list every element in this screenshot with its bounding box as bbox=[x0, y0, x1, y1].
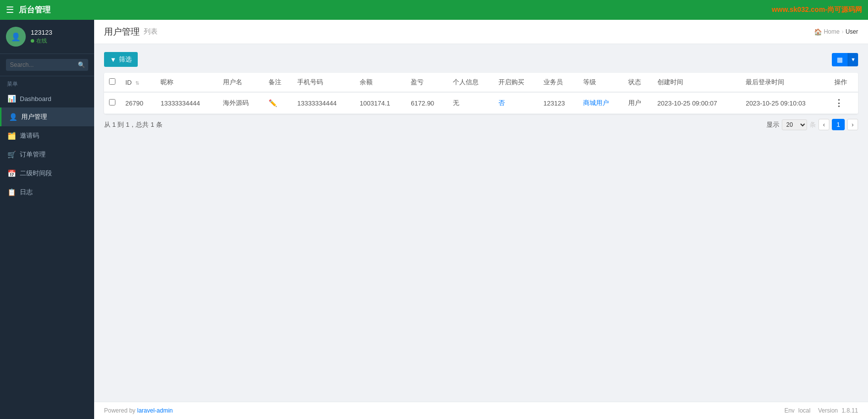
col-phone: 手机号码 bbox=[292, 73, 355, 92]
env-label: Env bbox=[784, 407, 795, 414]
cell-id: 26790 bbox=[120, 92, 156, 114]
cell-last-login: 2023-10-25 09:10:03 bbox=[741, 92, 829, 114]
laravel-admin-link[interactable]: laravel-admin bbox=[137, 407, 173, 414]
top-header: ☰ 后台管理 www.sk032.com-尚可源码网 bbox=[0, 0, 868, 20]
sidebar-item-time-period[interactable]: 📅 二级时间段 bbox=[0, 164, 94, 183]
filter-button[interactable]: ▼ 筛选 bbox=[104, 52, 138, 67]
footer-left: Powered by laravel-admin bbox=[104, 407, 173, 414]
cell-level: 商城用户 bbox=[578, 92, 623, 114]
row-checkbox-cell bbox=[104, 92, 120, 114]
sidebar-user-section: 👤 123123 在线 bbox=[0, 20, 94, 54]
invite-icon: 🗂️ bbox=[7, 132, 16, 140]
user-info: 123123 在线 bbox=[31, 29, 52, 45]
select-all-checkbox[interactable] bbox=[109, 78, 115, 85]
page-sep: 条 bbox=[810, 120, 816, 129]
cell-remark: ✏️ bbox=[264, 92, 292, 114]
col-remark: 备注 bbox=[264, 73, 292, 92]
log-icon: 📋 bbox=[7, 188, 16, 196]
sidebar: 👤 123123 在线 🔍 菜单 📊 Dashboard 👤 用户管理 bbox=[0, 20, 94, 419]
next-page-button[interactable]: › bbox=[847, 119, 858, 130]
footer-right: Env local Version 1.8.11 bbox=[784, 407, 858, 414]
sidebar-search-section: 🔍 bbox=[0, 54, 94, 76]
footer: Powered by laravel-admin Env local Versi… bbox=[94, 402, 868, 419]
columns-caret-button[interactable]: ▾ bbox=[848, 53, 858, 66]
sidebar-item-label: 二级时间段 bbox=[20, 169, 52, 178]
page-title: 用户管理 bbox=[104, 26, 140, 38]
breadcrumb-separator: › bbox=[842, 28, 844, 35]
columns-button-group: ▦ ▾ bbox=[832, 53, 858, 66]
breadcrumb-current: User bbox=[846, 28, 858, 35]
calendar-icon: 📅 bbox=[7, 169, 16, 177]
order-icon: 🛒 bbox=[7, 151, 16, 158]
cell-balance: 1003174.1 bbox=[355, 92, 406, 114]
sidebar-item-label: Dashboard bbox=[20, 95, 52, 103]
sort-icon: ⇅ bbox=[135, 80, 139, 86]
content-body: ▼ 筛选 ▦ ▾ bbox=[94, 44, 868, 402]
col-level: 等级 bbox=[578, 73, 623, 92]
home-icon: 🏠 bbox=[814, 28, 822, 36]
sidebar-section-label: 菜单 bbox=[0, 76, 94, 90]
cell-open-purchase: 否 bbox=[493, 92, 539, 114]
sidebar-username: 123123 bbox=[31, 29, 52, 36]
col-personal-info: 个人信息 bbox=[448, 73, 493, 92]
col-salesperson: 业务员 bbox=[539, 73, 578, 92]
sidebar-item-dashboard[interactable]: 📊 Dashboard bbox=[0, 90, 94, 107]
sidebar-item-label: 日志 bbox=[20, 188, 33, 197]
sidebar-item-label: 用户管理 bbox=[21, 112, 47, 121]
row-checkbox[interactable] bbox=[109, 99, 115, 105]
cell-status: 用户 bbox=[623, 92, 652, 114]
filter-icon: ▼ bbox=[110, 56, 116, 63]
search-icon: 🔍 bbox=[78, 61, 85, 68]
cell-nickname: 13333334444 bbox=[156, 92, 218, 114]
open-purchase-link[interactable]: 否 bbox=[498, 99, 505, 106]
cell-personal-info: 无 bbox=[448, 92, 493, 114]
sidebar-item-logs[interactable]: 📋 日志 bbox=[0, 183, 94, 202]
hamburger-icon[interactable]: ☰ bbox=[6, 4, 14, 15]
status-dot bbox=[31, 39, 34, 43]
edit-icon[interactable]: ✏️ bbox=[269, 99, 277, 107]
columns-button[interactable]: ▦ bbox=[832, 53, 848, 66]
pagination-bar: 从 1 到 1，总共 1 条 显示 20 10 50 100 条 ‹ 1 › bbox=[104, 114, 858, 132]
col-balance: 余额 bbox=[355, 73, 406, 92]
col-id: ID ⇅ bbox=[120, 73, 156, 92]
level-link[interactable]: 商城用户 bbox=[583, 99, 609, 106]
table-row: 26790 13333334444 海外源码 ✏️ 13333334444 10… bbox=[104, 92, 858, 114]
cell-phone: 13333334444 bbox=[292, 92, 355, 114]
cell-username: 海外源码 bbox=[218, 92, 263, 114]
dashboard-icon: 📊 bbox=[7, 95, 16, 103]
powered-by-label: Powered by bbox=[104, 407, 135, 414]
title-area: 用户管理 列表 bbox=[104, 26, 158, 38]
app-title: 后台管理 bbox=[19, 5, 51, 15]
avatar: 👤 bbox=[6, 27, 26, 47]
watermark: www.sk032.com-尚可源码网 bbox=[772, 5, 862, 14]
main-content: 用户管理 列表 🏠 Home › User ▼ 筛选 ▦ bbox=[94, 20, 868, 419]
layout: 👤 123123 在线 🔍 菜单 📊 Dashboard 👤 用户管理 bbox=[0, 20, 868, 419]
sidebar-item-label: 订单管理 bbox=[20, 150, 46, 159]
action-menu-icon[interactable]: ⋮ bbox=[834, 98, 843, 108]
version-value: 1.8.11 bbox=[842, 407, 858, 414]
col-last-login: 最后登录时间 bbox=[741, 73, 829, 92]
filter-bar: ▼ 筛选 ▦ ▾ bbox=[104, 52, 858, 67]
page-size-select[interactable]: 20 10 50 100 bbox=[782, 119, 807, 130]
cell-actions: ⋮ bbox=[829, 92, 858, 114]
user-status: 在线 bbox=[31, 37, 52, 45]
sidebar-item-invite-code[interactable]: 🗂️ 邀请码 bbox=[0, 126, 94, 145]
col-open-purchase: 开启购买 bbox=[493, 73, 539, 92]
sidebar-item-user-manage[interactable]: 👤 用户管理 bbox=[0, 107, 94, 126]
page-size-label: 显示 bbox=[766, 120, 779, 129]
prev-page-button[interactable]: ‹ bbox=[818, 119, 829, 130]
breadcrumb-home-link[interactable]: Home bbox=[824, 28, 840, 35]
page-subtitle: 列表 bbox=[144, 27, 158, 36]
columns-icon: ▦ bbox=[837, 56, 843, 63]
header-checkbox-col bbox=[104, 73, 120, 92]
cell-salesperson: 123123 bbox=[539, 92, 578, 114]
breadcrumb: 🏠 Home › User bbox=[814, 28, 858, 36]
user-icon: 👤 bbox=[8, 113, 17, 121]
status-label: 在线 bbox=[36, 37, 47, 45]
data-table-wrapper: ID ⇅ 昵称 用户名 备注 手机号码 余额 盈亏 个人信息 开启购买 业务员 bbox=[104, 73, 858, 114]
col-created-at: 创建时间 bbox=[652, 73, 741, 92]
search-input[interactable] bbox=[6, 59, 88, 71]
sidebar-item-order-manage[interactable]: 🛒 订单管理 bbox=[0, 145, 94, 164]
current-page-button[interactable]: 1 bbox=[832, 119, 844, 130]
content-header: 用户管理 列表 🏠 Home › User bbox=[94, 20, 868, 44]
